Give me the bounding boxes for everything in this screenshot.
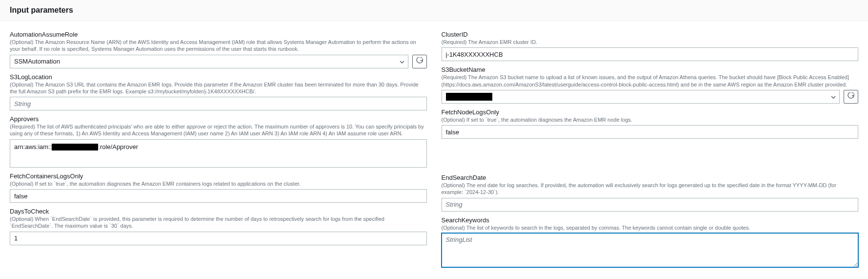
label-cluster-id: ClusterID [442, 31, 859, 38]
approver-prefix: arn:aws:iam:: [14, 143, 52, 150]
input-cluster-id[interactable] [442, 47, 859, 61]
desc-search-keywords: (Optional) The list of keywords to searc… [442, 224, 859, 231]
desc-fetch-containers-logs-only: (Optional) If set to `true`, the automat… [10, 180, 427, 187]
desc-days-to-check: (Optional) When `EndSearchDate` is provi… [10, 215, 427, 230]
field-search-keywords: SearchKeywords (Optional) The list of ke… [442, 216, 859, 269]
refresh-button-s3-bucket-name[interactable] [844, 90, 858, 104]
refresh-icon [416, 57, 423, 65]
desc-s3-bucket-name: (Required) The Amazon S3 bucket name to … [442, 74, 859, 88]
label-s3-bucket-name: S3BucketName [442, 66, 859, 73]
desc-s3-log-location: (Optional) The Amazon S3 URL that contai… [10, 81, 427, 95]
input-fetch-containers-logs-only[interactable] [10, 189, 427, 203]
field-cluster-id: ClusterID (Required) The Amazon EMR clus… [442, 31, 859, 61]
select-s3-bucket-name[interactable] [442, 90, 840, 104]
left-column: AutomationAssumeRole (Optional) The Amaz… [10, 26, 427, 272]
field-end-search-date: EndSearchDate (Optional) The end date fo… [442, 174, 859, 212]
field-fetch-node-logs-only: FetchNodeLogsOnly (Optional) If set to `… [442, 108, 859, 139]
parameters-content: AutomationAssumeRole (Optional) The Amaz… [0, 21, 868, 279]
label-fetch-node-logs-only: FetchNodeLogsOnly [442, 108, 859, 116]
input-end-search-date[interactable] [442, 198, 859, 212]
label-automation-assume-role: AutomationAssumeRole [10, 31, 427, 38]
refresh-button-automation-assume-role[interactable] [412, 55, 427, 68]
label-search-keywords: SearchKeywords [442, 216, 859, 224]
select-automation-assume-role[interactable] [10, 55, 408, 68]
field-s3-bucket-name: S3BucketName (Required) The Amazon S3 bu… [442, 66, 859, 104]
right-column: ClusterID (Required) The Amazon EMR clus… [442, 26, 859, 272]
label-fetch-containers-logs-only: FetchContainersLogsOnly [10, 172, 427, 180]
refresh-icon [848, 92, 854, 101]
section-header: Input parameters [0, 0, 868, 21]
section-title: Input parameters [10, 6, 858, 15]
input-s3-log-location[interactable] [10, 97, 427, 110]
approver-suffix: :role/Approver [98, 143, 138, 150]
desc-automation-assume-role: (Optional) The Amazon Resource Name (ARN… [10, 39, 427, 53]
label-s3-log-location: S3LogLocation [10, 73, 427, 81]
desc-approvers: (Required) The list of AWS authenticated… [10, 123, 427, 137]
desc-cluster-id: (Required) The Amazon EMR cluster ID. [442, 39, 859, 45]
redacted-account-id [52, 144, 98, 150]
input-fetch-node-logs-only[interactable] [442, 125, 859, 139]
label-approvers: Approvers [10, 115, 427, 123]
field-approvers: Approvers (Required) The list of AWS aut… [10, 115, 427, 168]
label-days-to-check: DaysToCheck [10, 208, 427, 215]
field-days-to-check: DaysToCheck (Optional) When `EndSearchDa… [10, 208, 427, 245]
desc-fetch-node-logs-only: (Optional) If set to `true`, the automat… [442, 116, 859, 123]
field-s3-log-location: S3LogLocation (Optional) The Amazon S3 U… [10, 73, 427, 111]
input-days-to-check[interactable] [10, 232, 427, 245]
textarea-search-keywords[interactable] [442, 233, 859, 267]
field-automation-assume-role: AutomationAssumeRole (Optional) The Amaz… [10, 31, 427, 68]
redacted-bucket-name [446, 93, 492, 101]
textarea-approvers[interactable]: arn:aws:iam:::role/Approver [10, 139, 427, 168]
label-end-search-date: EndSearchDate [442, 174, 859, 181]
desc-end-search-date: (Optional) The end date for log searches… [442, 182, 859, 196]
field-fetch-containers-logs-only: FetchContainersLogsOnly (Optional) If se… [10, 172, 427, 203]
